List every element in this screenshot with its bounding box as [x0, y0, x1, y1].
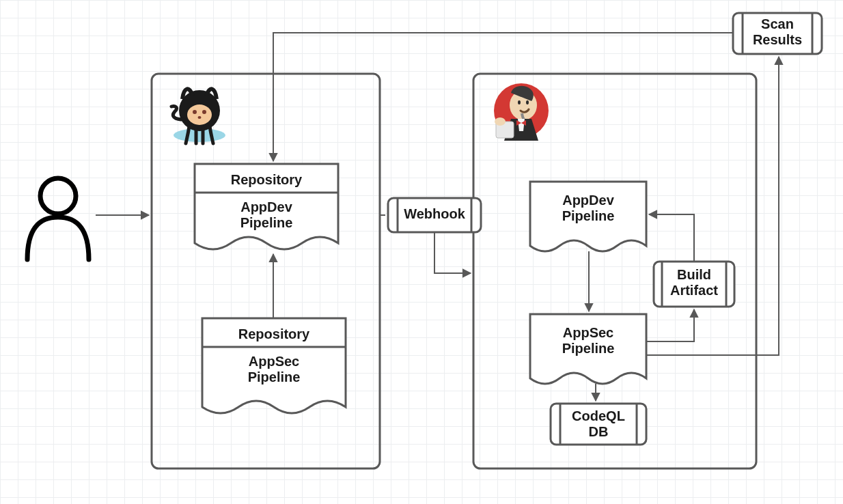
svg-rect-18: [654, 262, 734, 307]
svg-point-5: [198, 116, 202, 119]
svg-point-8: [518, 100, 521, 104]
jenkins-logo-icon: [494, 83, 549, 141]
svg-point-3: [193, 110, 197, 114]
svg-point-11: [495, 117, 506, 126]
svg-rect-24: [733, 13, 822, 54]
edge-appsec-to-scan: [646, 57, 779, 355]
appdev-pipeline-node: [530, 182, 646, 251]
svg-rect-21: [551, 404, 646, 445]
github-logo-icon: [171, 89, 225, 143]
appsec-pipeline-node: [530, 314, 646, 384]
codeql-db-node: [551, 404, 646, 445]
svg-rect-15: [388, 198, 481, 232]
svg-point-12: [40, 178, 76, 214]
repo-appdev-node: [195, 164, 338, 249]
svg-point-9: [526, 100, 529, 104]
edge-webhook-to-jenkins: [434, 232, 471, 273]
build-artifact-node: [654, 262, 734, 307]
repo-appsec-node: [202, 318, 346, 413]
webhook-node: [388, 198, 481, 232]
diagram-canvas: [0, 0, 843, 504]
edge-appsec-to-build: [646, 309, 694, 341]
edge-build-to-appdev: [649, 214, 694, 262]
svg-point-4: [202, 110, 206, 114]
svg-point-2: [187, 104, 212, 125]
scan-results-node: [733, 13, 822, 54]
user-icon: [27, 178, 89, 260]
